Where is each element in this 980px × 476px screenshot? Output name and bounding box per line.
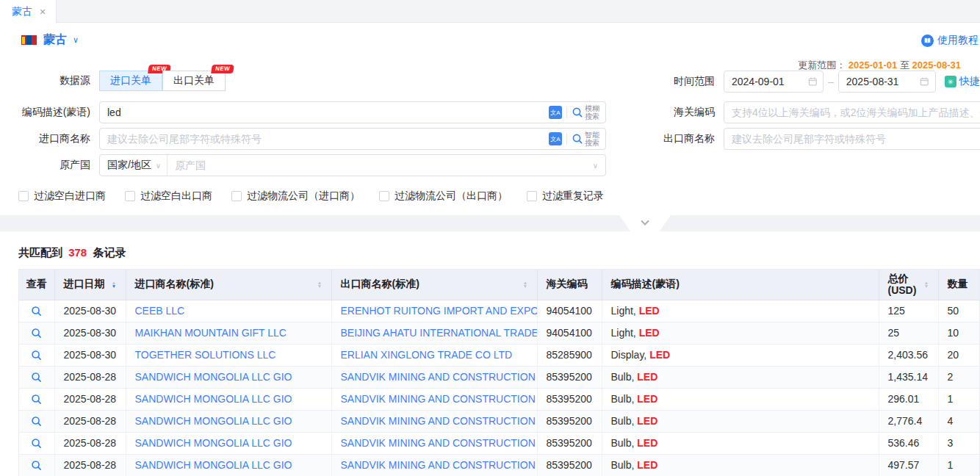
checkbox-filter-duplicates[interactable]: 过滤重复记录 [527, 190, 604, 203]
origin-region-select[interactable]: 国家/地区 ∨ [100, 155, 167, 176]
exporter-link[interactable]: SANDVIK MINING AND CONSTRUCTION L... [341, 415, 538, 427]
description-text: Bulb, [611, 393, 638, 405]
exporter-link[interactable]: ERENHOT RUITONG IMPORT AND EXPORT ... [341, 305, 538, 317]
importer-link[interactable]: SANDWICH MONGOLIA LLC GIO [135, 459, 292, 471]
importer-link[interactable]: SANDWICH MONGOLIA LLC GIO [135, 415, 292, 427]
view-record-button[interactable] [31, 328, 42, 339]
quick-select-label: 快捷 [959, 75, 980, 88]
importer-cell: CEEB LLC [126, 300, 331, 322]
hs-code-cell: 85395200 [537, 410, 602, 432]
close-icon[interactable]: × [40, 7, 46, 17]
total-cell: 296.01 [879, 388, 938, 410]
importer-link[interactable]: SANDWICH MONGOLIA LLC GIO [135, 393, 292, 405]
checkbox-filter-blank-exporter[interactable]: 过滤空白出口商 [125, 190, 212, 203]
tutorial-label: 使用教程 [937, 34, 979, 47]
time-range-row: 时间范围 – ✳ 快捷 [628, 71, 980, 93]
quick-select-button[interactable]: ✳ 快捷 [945, 75, 980, 88]
exporter-link[interactable]: SANDVIK MINING AND CONSTRUCTION L... [341, 437, 538, 449]
view-record-button[interactable] [31, 460, 42, 471]
code-desc-input[interactable] [100, 102, 549, 123]
description-text: Light, [611, 305, 639, 317]
col-importer[interactable]: 进口商名称(标准) ▲▼ [126, 270, 331, 300]
code-desc-field: 文A 模糊搜索 [99, 101, 606, 123]
total-cell: 1,435.14 [879, 366, 938, 388]
checkbox-icon[interactable] [527, 191, 537, 201]
importer-link[interactable]: SANDWICH MONGOLIA LLC GIO [135, 371, 292, 383]
view-record-button[interactable] [31, 438, 42, 449]
description-text: Bulb, [611, 415, 638, 427]
chevron-down-icon: ∨ [593, 162, 605, 170]
country-name: 蒙古 [43, 32, 67, 48]
hs-code-input[interactable] [724, 102, 980, 123]
qty-cell: 4 [938, 410, 980, 432]
tab-mongolia[interactable]: 蒙古 × [0, 0, 57, 23]
view-cell [19, 366, 54, 388]
importer-suffix: 文A 智能搜索 [549, 131, 605, 147]
fuzzy-search-button[interactable]: 模糊搜索 [572, 104, 601, 120]
checkbox-icon[interactable] [125, 191, 135, 201]
exporter-input[interactable] [724, 129, 980, 149]
origin-field: 国家/地区 ∨ ∨ [99, 154, 606, 176]
col-import-date-label: 进口日期 [64, 278, 105, 291]
importer-cell: SANDWICH MONGOLIA LLC GIO [126, 388, 331, 410]
import-date-cell: 2025-08-30 [54, 300, 126, 322]
exporter-link[interactable]: BEIJING AHATU INTERNATIONAL TRADE C... [341, 327, 538, 339]
importer-link[interactable]: SANDWICH MONGOLIA LLC GIO [135, 437, 292, 449]
view-record-button[interactable] [31, 394, 42, 405]
view-cell [19, 454, 54, 476]
checkbox-filter-blank-importer[interactable]: 过滤空白进口商 [18, 190, 106, 203]
view-record-button[interactable] [31, 306, 42, 317]
country-selector[interactable]: 蒙古 ∨ [21, 32, 79, 48]
qty-cell: 10 [938, 322, 980, 344]
tutorial-link[interactable]: 使用教程 [921, 34, 979, 47]
checkbox-icon[interactable] [231, 191, 242, 201]
exporter-link[interactable]: SANDVIK MINING AND CONSTRUCTION L... [341, 371, 538, 383]
col-import-date[interactable]: 进口日期 ▲▼ [54, 270, 126, 300]
tab-export-declarations[interactable]: 出口关单 NEW [162, 71, 226, 91]
update-range-to: 2025-08-31 [912, 60, 962, 71]
collapse-panel-button[interactable] [619, 215, 671, 231]
sort-icon[interactable]: ▲▼ [317, 281, 323, 288]
tab-import-declarations[interactable]: 进口关单 NEW [99, 71, 162, 91]
hs-code-cell: 85395200 [537, 366, 602, 388]
exporter-link[interactable]: ERLIAN XINGLONG TRADE CO LTD [341, 349, 513, 361]
checkbox-icon[interactable] [18, 191, 29, 201]
hs-code-cell: 85395200 [537, 432, 602, 454]
translate-icon[interactable]: 文A [549, 106, 562, 119]
sort-icon[interactable]: ▲▼ [111, 281, 117, 288]
table-body: 2025-08-30 CEEB LLC ERENHOT RUITONG IMPO… [19, 300, 980, 476]
importer-link[interactable]: MAIKHAN MOUNTAIN GIFT LLC [135, 327, 287, 339]
total-cell: 2,776.4 [879, 410, 938, 432]
importer-link[interactable]: CEEB LLC [135, 305, 185, 317]
description-text: Bulb, [611, 371, 638, 383]
sort-icon[interactable]: ▲▼ [522, 281, 528, 288]
chevron-down-icon [641, 217, 649, 226]
col-exporter[interactable]: 出口商名称(标准) ▲▼ [331, 270, 537, 300]
translate-icon[interactable]: 文A [549, 132, 562, 145]
view-record-button[interactable] [31, 372, 42, 383]
page-header: 蒙古 ∨ 使用教程 [0, 29, 980, 53]
exporter-cell: SANDVIK MINING AND CONSTRUCTION L... [331, 410, 537, 432]
chevron-down-icon: ∨ [73, 35, 79, 45]
update-range-label: 更新范围： [798, 60, 846, 71]
smart-search-button[interactable]: 智能搜索 [572, 131, 601, 147]
start-date-input[interactable] [732, 76, 808, 87]
origin-input[interactable] [167, 159, 593, 171]
col-qty: 数量 [938, 270, 980, 300]
exporter-link[interactable]: SANDVIK MINING AND CONSTRUCTION L... [341, 459, 538, 471]
qty-cell: 2 [938, 366, 980, 388]
exporter-link[interactable]: SANDVIK MINING AND CONSTRUCTION L... [341, 393, 538, 405]
origin-label: 原产国 [0, 159, 99, 172]
view-record-button[interactable] [31, 350, 42, 361]
col-total[interactable]: 总价 (USD) ▲▼ [879, 270, 938, 300]
sort-icon[interactable]: ▲▼ [923, 281, 929, 288]
checkbox-filter-logistics-importer[interactable]: 过滤物流公司（进口商） [231, 190, 360, 203]
table-row: 2025-08-28 SANDWICH MONGOLIA LLC GIO SAN… [19, 432, 980, 454]
checkbox-filter-logistics-exporter[interactable]: 过滤物流公司（出口商） [379, 190, 508, 203]
end-date-input[interactable] [846, 76, 920, 87]
view-record-button[interactable] [31, 416, 42, 427]
table-row: 2025-08-28 SANDWICH MONGOLIA LLC GIO SAN… [19, 366, 980, 388]
checkbox-icon[interactable] [379, 191, 389, 201]
importer-link[interactable]: TOGETHER SOLUTIONS LLC [135, 349, 276, 361]
importer-input[interactable] [100, 129, 549, 149]
